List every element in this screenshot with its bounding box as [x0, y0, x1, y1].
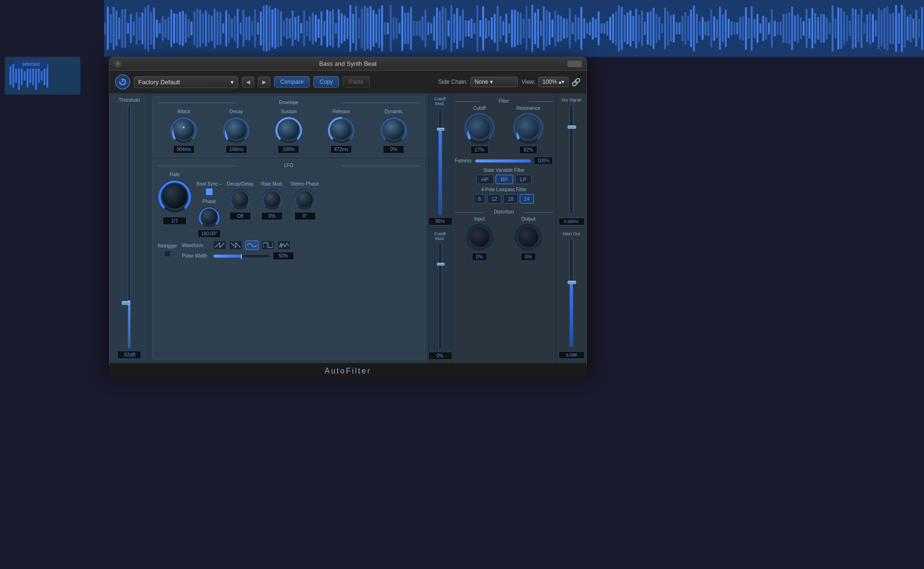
link-icon[interactable]: 🔗 — [571, 78, 581, 87]
plugin-footer: AutoFilter — [109, 363, 586, 379]
decay-knob[interactable] — [222, 116, 250, 143]
threshold-slider-container — [122, 106, 136, 349]
svg-rect-248 — [713, 16, 715, 41]
dry-signal-track — [569, 104, 573, 214]
paste-button[interactable]: Paste — [343, 76, 370, 88]
decay-delay-knob[interactable] — [229, 188, 251, 210]
phase-knob[interactable] — [198, 206, 220, 228]
svg-rect-183 — [525, 6, 527, 51]
waveform-saw-btn[interactable] — [213, 240, 226, 250]
decay-value: 148ms — [226, 145, 247, 153]
svg-rect-262 — [754, 19, 755, 38]
attack-knob-dot — [183, 126, 185, 128]
svg-rect-92 — [263, 6, 265, 51]
preset-dropdown[interactable]: Factory Default ▾ — [134, 76, 238, 88]
svg-rect-193 — [554, 10, 556, 46]
main-out-label: Main Out — [563, 231, 580, 236]
svg-rect-109 — [312, 12, 314, 44]
prev-preset-button[interactable]: ◀ — [242, 77, 254, 88]
pole-24-button[interactable]: 24 — [520, 194, 534, 204]
svg-rect-149 — [427, 22, 429, 35]
lp-button[interactable]: LP — [515, 175, 532, 184]
svg-rect-57 — [162, 16, 164, 40]
waveform-random-btn[interactable] — [277, 240, 291, 250]
dist-input-knob[interactable] — [466, 223, 493, 251]
svg-rect-198 — [569, 9, 571, 49]
svg-rect-334 — [44, 66, 45, 85]
fatness-slider[interactable] — [475, 159, 532, 163]
svg-rect-240 — [690, 9, 692, 47]
svg-rect-163 — [468, 20, 470, 36]
stereo-phase-knob[interactable] — [294, 188, 316, 210]
retrigger-checkbox[interactable] — [164, 250, 171, 257]
cutoff-knob[interactable] — [464, 113, 495, 144]
dynamic-knob[interactable] — [380, 116, 408, 143]
side-chain-dropdown[interactable]: None ▾ — [471, 77, 518, 87]
svg-rect-125 — [358, 18, 360, 39]
svg-rect-78 — [222, 23, 224, 34]
svg-rect-85 — [242, 10, 244, 47]
svg-rect-277 — [797, 14, 799, 43]
svg-rect-289 — [832, 5, 834, 51]
svg-rect-144 — [413, 21, 415, 36]
svg-rect-106 — [303, 10, 305, 46]
svg-rect-275 — [791, 7, 793, 50]
env-cutoff-mod-thumb[interactable] — [437, 128, 444, 131]
hp-button[interactable]: HP — [476, 175, 494, 184]
threshold-label: Threshold — [119, 98, 140, 103]
minimize-button[interactable] — [568, 61, 582, 67]
dist-output-knob[interactable] — [515, 223, 542, 251]
svg-rect-315 — [906, 17, 908, 41]
close-button[interactable]: ✕ — [114, 60, 122, 68]
svg-rect-226 — [650, 11, 652, 45]
svg-rect-66 — [188, 19, 190, 38]
sustain-container: Sustain 100% — [275, 109, 302, 153]
rate-knob[interactable] — [158, 179, 192, 213]
pulse-width-slider[interactable] — [213, 254, 270, 258]
svg-rect-255 — [733, 22, 735, 35]
sustain-knob[interactable] — [275, 116, 302, 143]
svg-rect-143 — [410, 7, 412, 50]
fatness-value: 100% — [534, 157, 553, 165]
main-out-track — [569, 238, 573, 348]
pole-buttons: 6 12 18 24 — [455, 194, 553, 204]
svg-rect-203 — [583, 18, 585, 38]
svg-rect-306 — [881, 10, 883, 46]
svg-rect-117 — [335, 23, 337, 34]
rate-mod-knob[interactable] — [261, 188, 283, 210]
pole-12-button[interactable]: 12 — [487, 194, 501, 204]
dry-signal-thumb[interactable] — [568, 125, 576, 129]
lfo-cutoff-mod-thumb[interactable] — [437, 263, 444, 266]
svg-rect-102 — [292, 10, 293, 46]
svg-rect-160 — [459, 16, 461, 41]
waveform-sine-btn[interactable] — [245, 240, 258, 250]
compare-button[interactable]: Compare — [274, 76, 310, 88]
svg-rect-141 — [404, 13, 406, 44]
view-dropdown[interactable]: 100% ▴▾ — [538, 77, 569, 87]
main-out-thumb[interactable] — [568, 281, 576, 284]
lfo-cutoff-mod-value: 0% — [428, 352, 452, 360]
threshold-thumb[interactable] — [122, 301, 130, 305]
waveform-square-btn[interactable] — [261, 240, 275, 250]
dynamic-knob-body — [383, 119, 404, 140]
svg-rect-287 — [826, 18, 828, 39]
pole-6-button[interactable]: 6 — [474, 194, 485, 204]
rate-mod-container: Rate Mod. 0% — [261, 181, 283, 220]
power-button[interactable] — [115, 74, 130, 89]
release-knob[interactable] — [328, 116, 355, 143]
svg-rect-231 — [664, 8, 666, 49]
svg-rect-274 — [788, 12, 790, 44]
attack-knob[interactable] — [170, 116, 197, 143]
pole-18-button[interactable]: 18 — [503, 194, 517, 204]
bp-button[interactable]: BP — [496, 175, 513, 184]
resonance-knob[interactable] — [513, 113, 544, 144]
svg-rect-293 — [843, 12, 845, 45]
waveform-ramp-btn[interactable] — [229, 240, 242, 250]
svg-rect-330 — [32, 66, 34, 85]
svg-rect-284 — [817, 17, 819, 40]
copy-button[interactable]: Copy — [313, 76, 339, 88]
beat-sync-indicator[interactable] — [206, 188, 213, 195]
next-preset-button[interactable]: ▶ — [258, 77, 270, 88]
svg-rect-129 — [370, 6, 372, 51]
svg-rect-270 — [777, 22, 779, 35]
